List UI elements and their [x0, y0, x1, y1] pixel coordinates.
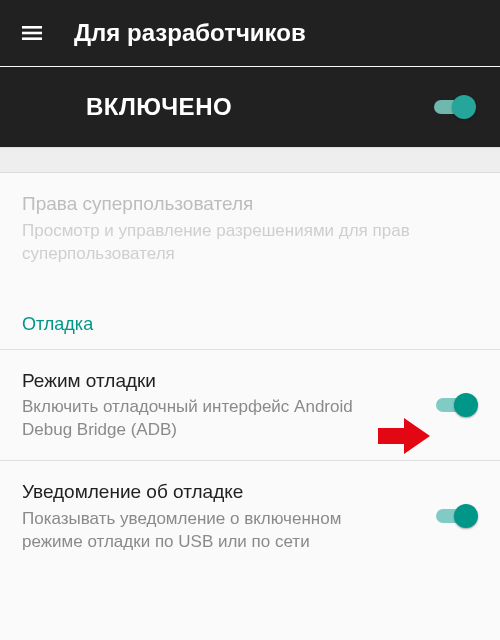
- menu-button[interactable]: [14, 15, 50, 51]
- toggle-thumb: [452, 95, 476, 119]
- item-debug-mode[interactable]: Режим отладки Включить отладочный интерф…: [0, 350, 500, 461]
- item-title: Права суперпользователя: [22, 191, 438, 217]
- hamburger-icon: [20, 21, 44, 45]
- svg-rect-0: [22, 26, 42, 29]
- master-toggle[interactable]: [432, 95, 476, 119]
- svg-rect-2: [22, 37, 42, 40]
- item-debug-notify[interactable]: Уведомление об отладке Показывать уведом…: [0, 461, 500, 572]
- app-bar: Для разработчиков: [0, 0, 500, 66]
- section-gap: [0, 147, 500, 173]
- item-superuser: Права суперпользователя Просмотр и управ…: [0, 173, 500, 284]
- toggle-thumb: [454, 504, 478, 528]
- debug-mode-toggle[interactable]: [434, 393, 478, 417]
- section-header-debug: Отладка: [0, 284, 500, 349]
- svg-rect-1: [22, 32, 42, 35]
- item-title: Режим отладки: [22, 368, 394, 394]
- item-text: Права суперпользователя Просмотр и управ…: [22, 191, 478, 266]
- master-toggle-row[interactable]: ВКЛЮЧЕНО: [0, 67, 500, 147]
- page-title: Для разработчиков: [74, 19, 306, 47]
- item-text: Режим отладки Включить отладочный интерф…: [22, 368, 434, 443]
- debug-notify-toggle[interactable]: [434, 504, 478, 528]
- toggle-thumb: [454, 393, 478, 417]
- master-toggle-label: ВКЛЮЧЕНО: [86, 93, 232, 121]
- item-subtitle: Показывать уведомление о включенном режи…: [22, 508, 394, 554]
- item-subtitle: Включить отладочный интерфейс Android De…: [22, 396, 394, 442]
- item-title: Уведомление об отладке: [22, 479, 394, 505]
- item-text: Уведомление об отладке Показывать уведом…: [22, 479, 434, 554]
- settings-list: Права суперпользователя Просмотр и управ…: [0, 173, 500, 572]
- item-subtitle: Просмотр и управление разрешениями для п…: [22, 220, 438, 266]
